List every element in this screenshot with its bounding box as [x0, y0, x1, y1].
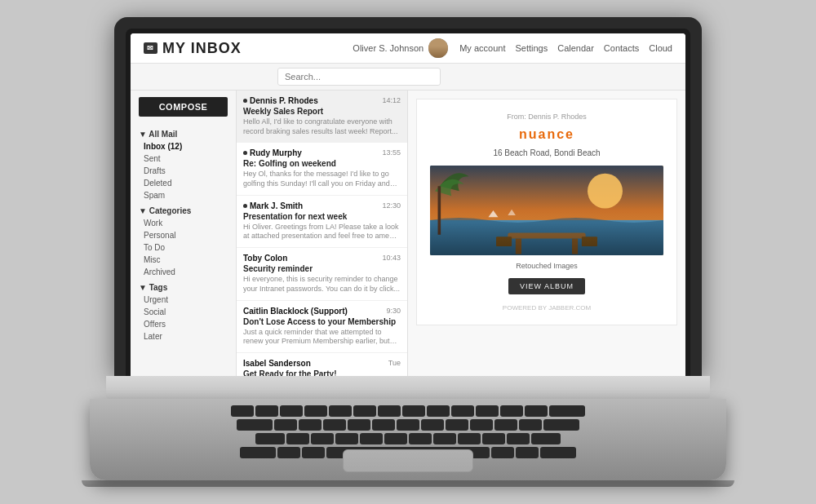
nav-my-account[interactable]: My account — [459, 43, 505, 53]
email-item-1[interactable]: Rudy Murphy 13:55 Re: Golfing on weekend… — [237, 143, 407, 195]
email-header-3: Toby Colon 10:43 — [243, 254, 401, 263]
user-name: Oliver S. Johnson — [353, 43, 424, 53]
sidebar-item-inbox[interactable]: Inbox (12) — [131, 140, 236, 153]
laptop-wrapper: ✉ MY INBOX Oliver S. Johnson My accou — [73, 17, 743, 487]
screen: ✉ MY INBOX Oliver S. Johnson My accou — [131, 33, 685, 376]
email-sender-3: Toby Colon — [243, 254, 287, 263]
key — [531, 433, 561, 444]
email-time-0: 14:12 — [382, 96, 401, 104]
email-subject-2: Presentation for next week — [243, 212, 401, 221]
key — [302, 447, 325, 458]
key — [525, 405, 548, 417]
sidebar-item-archived[interactable]: Archived — [131, 266, 236, 278]
key — [372, 419, 395, 431]
email-item-5[interactable]: Isabel Sanderson Tue Get Ready for the P… — [237, 353, 407, 376]
retouched-label: Retouched Images — [430, 262, 663, 270]
key-row-3 — [106, 433, 710, 444]
main-content: COMPOSE ▼ All Mail Inbox (12) Sent Draft… — [131, 91, 685, 376]
key — [543, 419, 579, 431]
sidebar-item-urgent[interactable]: Urgent — [131, 294, 236, 306]
email-time-4: 9:30 — [386, 307, 401, 315]
key — [237, 419, 273, 431]
sidebar-item-misc[interactable]: Misc — [131, 254, 236, 266]
nav-links: My account Settings Calendar Contacts Cl… — [459, 43, 672, 53]
email-subject-5: Get Ready for the Party! — [243, 369, 401, 376]
key — [540, 447, 576, 458]
sidebar-section-allmail: ▼ All Mail — [131, 125, 236, 140]
key — [255, 433, 285, 444]
key — [482, 433, 505, 444]
email-item-3[interactable]: Toby Colon 10:43 Security reminder Hi ev… — [237, 248, 407, 300]
key — [335, 433, 358, 444]
sidebar-item-personal[interactable]: Personal — [131, 229, 236, 241]
sidebar-item-social[interactable]: Social — [131, 306, 236, 318]
sidebar-item-todo[interactable]: To Do — [131, 241, 236, 254]
key-row-2 — [106, 419, 710, 431]
sidebar-item-offers[interactable]: Offers — [131, 318, 236, 330]
bottom-edge — [82, 480, 734, 487]
app-title: ✉ MY INBOX — [144, 40, 242, 57]
search-input[interactable] — [277, 68, 441, 86]
email-item-4[interactable]: Caitlin Blacklock (Support) 9:30 Don't L… — [237, 301, 407, 353]
email-preview-2: Hi Oliver. Greetings from LA! Please tak… — [243, 223, 401, 241]
svg-rect-3 — [508, 232, 585, 238]
screen-outer: ✉ MY INBOX Oliver S. Johnson My accou — [114, 17, 702, 376]
preview-from-label: From: Dennis P. Rhodes — [430, 113, 663, 121]
view-album-button[interactable]: VIEW ALBUM — [508, 278, 585, 294]
key — [458, 433, 481, 444]
email-time-1: 13:55 — [382, 148, 401, 157]
key — [549, 405, 585, 417]
trackpad[interactable] — [343, 449, 473, 472]
email-list: Dennis P. Rhodes 14:12 Weekly Sales Repo… — [237, 91, 408, 376]
email-preview-4: Just a quick reminder that we attempted … — [243, 328, 401, 347]
key — [446, 419, 468, 431]
screen-bezel: ✉ MY INBOX Oliver S. Johnson My accou — [126, 29, 690, 376]
preview-content: From: Dennis P. Rhodes nuance 16 Beach R… — [416, 99, 677, 325]
email-subject-4: Don't Lose Access to your Membership — [243, 317, 401, 326]
email-item-0[interactable]: Dennis P. Rhodes 14:12 Weekly Sales Repo… — [237, 91, 407, 143]
email-header-2: Mark J. Smith 12:30 — [243, 201, 401, 210]
email-preview-0: Hello All, I'd like to congratulate ever… — [243, 117, 401, 136]
nav-cloud[interactable]: Cloud — [649, 43, 672, 53]
key — [402, 405, 425, 417]
compose-button[interactable]: COMPOSE — [139, 97, 228, 117]
key — [519, 419, 542, 431]
sidebar-item-deleted[interactable]: Deleted — [131, 177, 236, 189]
top-bar-left: ✉ MY INBOX — [144, 40, 242, 57]
sidebar: COMPOSE ▼ All Mail Inbox (12) Sent Draft… — [131, 91, 237, 376]
key — [433, 433, 456, 444]
nav-calendar[interactable]: Calendar — [557, 43, 594, 53]
mail-icon: ✉ — [144, 42, 157, 54]
email-item-2[interactable]: Mark J. Smith 12:30 Presentation for nex… — [237, 196, 407, 248]
key — [304, 405, 327, 417]
sidebar-item-spam[interactable]: Spam — [131, 189, 236, 201]
sidebar-item-work[interactable]: Work — [131, 217, 236, 229]
sidebar-item-later[interactable]: Later — [131, 330, 236, 343]
key — [409, 433, 432, 444]
email-sender-2: Mark J. Smith — [243, 201, 303, 210]
svg-rect-8 — [438, 186, 441, 235]
avatar-face — [428, 38, 448, 58]
key — [451, 405, 474, 417]
svg-rect-6 — [496, 237, 512, 246]
keyboard-area — [90, 399, 726, 480]
sidebar-item-sent[interactable]: Sent — [131, 153, 236, 165]
top-bar: ✉ MY INBOX Oliver S. Johnson My accou — [131, 33, 685, 64]
unread-dot-2 — [243, 204, 247, 208]
sidebar-section-tags: ▼ Tags — [131, 278, 236, 294]
key — [494, 419, 517, 431]
nav-settings[interactable]: Settings — [515, 43, 548, 53]
keyboard-base — [106, 376, 710, 399]
sidebar-item-drafts[interactable]: Drafts — [131, 165, 236, 177]
key — [240, 447, 276, 458]
svg-point-1 — [588, 174, 623, 209]
nav-contacts[interactable]: Contacts — [604, 43, 639, 53]
svg-rect-5 — [572, 239, 578, 254]
email-header-4: Caitlin Blacklock (Support) 9:30 — [243, 307, 401, 316]
key — [427, 405, 450, 417]
key — [516, 447, 539, 458]
svg-rect-0 — [430, 166, 663, 255]
user-info: Oliver S. Johnson — [353, 38, 448, 58]
email-subject-1: Re: Golfing on weekend — [243, 159, 401, 168]
key-row-1 — [106, 405, 710, 417]
